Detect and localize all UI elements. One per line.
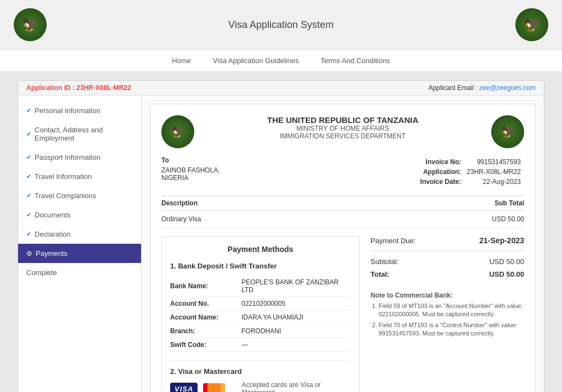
- nav-bar: Home Visa Application Guidelines Terms A…: [0, 50, 562, 72]
- invoice-to: To ZAINOB FASHOLA, NIGERIA: [161, 156, 220, 187]
- nav-terms[interactable]: Terms And Conditions: [321, 51, 390, 70]
- nav-guidelines[interactable]: Visa Application Guidelines: [213, 51, 299, 70]
- card-method-title: 2. Visa or Mastercard: [170, 367, 351, 376]
- applicant-email: Applicant Email : zee@zeegoes.com: [428, 84, 536, 92]
- sidebar-item-personal[interactable]: ✔ Personal Information: [18, 101, 141, 120]
- sidebar-item-documents[interactable]: ✔ Documents: [18, 205, 141, 225]
- total-box: Subtotal: USD 50.00 Total: USD 50.00: [370, 250, 524, 281]
- subtotal-header: Sub Total: [494, 199, 524, 207]
- invoice-desc-header: Description Sub Total: [161, 195, 524, 211]
- invoice-meta: Invoice No: 991531457593 Application: 23…: [417, 156, 524, 187]
- payment-due-label: Payment Due:: [370, 237, 415, 245]
- invoice-box: 🦅 THE UNITED REPUBLIC OF TANZANIA MINIST…: [150, 104, 536, 392]
- swift-code-label: Swift Code:: [170, 338, 241, 352]
- bank-name-value: PEOPLE'S BANK OF ZANZIBAR LTD: [241, 276, 351, 297]
- invoice-to-row: To ZAINOB FASHOLA, NIGERIA Invoice No: 9…: [161, 156, 524, 187]
- check-icon-declaration: ✔: [26, 231, 31, 238]
- branch-value: FORODHANI: [241, 324, 351, 338]
- top-bar: 🦅 Visa Application System 🦅: [0, 0, 562, 50]
- app-header: Application ID : 23HR-X08L-MR22 Applican…: [18, 81, 544, 96]
- payment-methods-title: Payment Methods: [170, 245, 351, 254]
- note-title: Note to Commercial Bank:: [370, 292, 524, 299]
- branch-label: Branch:: [170, 324, 241, 338]
- card-text: Accepted cards are Visa or Mastercard: [242, 381, 351, 392]
- check-icon-companions: ✔: [26, 192, 31, 199]
- sidebar-item-payments[interactable]: ⚙ Payments: [18, 244, 141, 263]
- account-name-value: IDARA YA UHAMIAJI: [241, 311, 351, 324]
- subtotal-label: Subtotal:: [370, 257, 398, 266]
- swift-code-value: —: [241, 338, 351, 352]
- sidebar-item-travel[interactable]: ✔ Travel Information: [18, 167, 141, 186]
- visa-card-section: 2. Visa or Mastercard VISA Accepted card…: [170, 360, 351, 392]
- desc-header: Description: [161, 199, 198, 207]
- sidebar-label-declaration: Declaration: [35, 230, 71, 238]
- sidebar-label-personal: Personal Information: [35, 107, 100, 115]
- to-label: To: [161, 156, 220, 164]
- sidebar-item-declaration[interactable]: ✔ Declaration: [18, 225, 141, 244]
- check-icon-contact: ✔: [26, 131, 31, 138]
- sidebar-item-contact[interactable]: ✔ Contact, Address and Employment: [18, 120, 141, 148]
- sidebar-item-complete[interactable]: Complete: [18, 263, 141, 282]
- sidebar: ✔ Personal Information ✔ Contact, Addres…: [18, 96, 142, 392]
- account-name-label: Account Name:: [170, 311, 241, 324]
- sidebar-label-complete: Complete: [26, 268, 57, 277]
- mastercard-badge: [203, 383, 226, 392]
- payment-due-date: 21-Sep-2023: [479, 236, 524, 245]
- table-row: Branch: FORODHANI: [170, 324, 351, 338]
- org-name: THE UNITED REPUBLIC OF TANZANIA: [194, 115, 491, 125]
- application-value: 23HR-X08L-MR22: [464, 167, 523, 176]
- table-row: Swift Code: —: [170, 338, 351, 352]
- invoice-no: 991531457593: [464, 158, 523, 166]
- org-sub1: MINISTRY OF HOME AFFAIRS: [194, 125, 491, 132]
- check-icon-personal: ✔: [26, 107, 31, 114]
- check-icon-travel: ✔: [26, 173, 31, 180]
- list-item: Field 70 of MT103 is a "Control Number" …: [379, 321, 524, 338]
- sidebar-label-documents: Documents: [35, 211, 71, 219]
- bank-method-title: 1. Bank Deposit / Swift Transfer: [170, 262, 351, 270]
- table-row: Bank Name: PEOPLE'S BANK OF ZANZIBAR LTD: [170, 276, 351, 297]
- logo-right: 🦅: [513, 5, 551, 44]
- payment-right: Payment Due: 21-Sep-2023 Subtotal: USD 5…: [370, 236, 524, 392]
- sidebar-label-companions: Travel Companions: [35, 192, 96, 200]
- sidebar-label-passport: Passport Information: [35, 153, 100, 161]
- desc-amount: USD 50.00: [492, 215, 524, 223]
- note-list: Field 59 of MT103 is an "Account Number"…: [370, 302, 524, 338]
- table-row: Account Name: IDARA YA UHAMIAJI: [170, 311, 351, 324]
- list-item: Field 59 of MT103 is an "Account Number"…: [379, 302, 524, 319]
- recipient-country: NIGERIA: [161, 174, 188, 182]
- visa-badge: VISA: [170, 383, 198, 393]
- total-row: Total: USD 50.00: [370, 268, 524, 281]
- bank-table: Bank Name: PEOPLE'S BANK OF ZANZIBAR LTD…: [170, 276, 351, 352]
- note-box: Note to Commercial Bank: Field 59 of MT1…: [370, 292, 524, 338]
- sidebar-label-contact: Contact, Address and Employment: [35, 126, 133, 142]
- sidebar-label-travel: Travel Information: [35, 172, 92, 181]
- account-no-label: Account No.: [170, 297, 241, 311]
- payment-due-box: Payment Due: 21-Sep-2023: [370, 236, 524, 245]
- desc-item: Ordinary Visa: [161, 215, 201, 223]
- application-id: Application ID : 23HR-X08L-MR22: [26, 84, 131, 92]
- recipient-name: ZAINOB FASHOLA,: [161, 166, 220, 174]
- subtotal-amount: USD 50.00: [489, 257, 524, 266]
- invoice-logo-right: 🦅: [491, 115, 524, 148]
- invoice-desc-row: Ordinary Visa USD 50.00: [161, 211, 524, 228]
- email-link[interactable]: zee@zeegoes.com: [479, 84, 536, 92]
- sidebar-item-passport[interactable]: ✔ Passport Information: [18, 148, 141, 167]
- payment-left: Payment Methods 1. Bank Deposit / Swift …: [161, 236, 359, 392]
- total-label: Total:: [370, 270, 389, 278]
- logo-left: 🦅: [11, 5, 49, 44]
- invoice-title: THE UNITED REPUBLIC OF TANZANIA MINISTRY…: [194, 115, 491, 140]
- invoice-no-label: Invoice No:: [418, 158, 464, 166]
- nav-home[interactable]: Home: [172, 51, 191, 70]
- invoice-date-label: Invoice Date:: [418, 177, 464, 186]
- app-id-value: 23HR-X08L-MR22: [76, 84, 131, 92]
- main-wrapper: Application ID : 23HR-X08L-MR22 Applican…: [18, 80, 544, 392]
- tanzania-coat-of-arms-right: 🦅: [515, 8, 548, 41]
- sidebar-item-companions[interactable]: ✔ Travel Companions: [18, 186, 141, 205]
- account-no-value: 022102000005: [241, 297, 351, 311]
- invoice-header: 🦅 THE UNITED REPUBLIC OF TANZANIA MINIST…: [161, 115, 524, 148]
- application-label: Application:: [418, 167, 464, 176]
- invoice-logo-left: 🦅: [161, 115, 194, 148]
- card-icons: VISA Accepted cards are Visa or Masterca…: [170, 381, 351, 392]
- content-area: ✔ Personal Information ✔ Contact, Addres…: [18, 96, 544, 392]
- gear-icon-payments: ⚙: [26, 250, 32, 257]
